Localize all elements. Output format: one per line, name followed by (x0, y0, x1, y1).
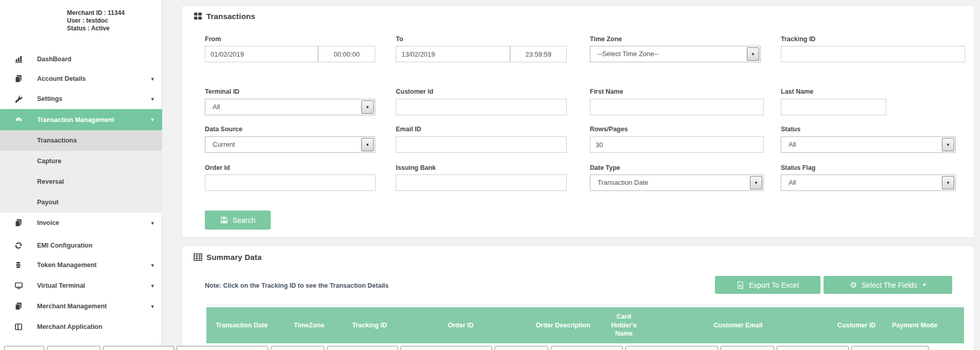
note-text: Note: Click on the Tracking ID to see th… (205, 282, 389, 289)
from-time-input[interactable] (318, 46, 375, 62)
dropdown-arrow-icon: ▼ (361, 100, 374, 114)
column-header-timezone: TimeZone (277, 307, 341, 343)
submenu-item-reversal[interactable]: Reversal (0, 171, 162, 192)
sidebar-item-invoice[interactable]: Invoice ▾ (0, 215, 162, 231)
caret-down-icon: ▾ (151, 283, 154, 289)
select-the-fields-button[interactable]: ⚙ Select The Fields ▾ (824, 276, 952, 294)
to-label: To (396, 36, 403, 43)
table-filter-input[interactable] (551, 346, 623, 350)
table-filter-input[interactable] (777, 346, 849, 350)
submenu-item-transactions[interactable]: Transactions (0, 130, 162, 151)
dropdown-arrow-icon: ▼ (942, 138, 954, 151)
to-date-input[interactable] (396, 46, 510, 62)
status-flag-selected-value: All (789, 175, 796, 190)
time-zone-selected-value: --Select Time Zone-- (598, 46, 658, 62)
status-selected-value: All (789, 137, 796, 152)
data-source-select[interactable]: Current ▼ (205, 136, 375, 153)
table-filter-input[interactable] (4, 346, 44, 350)
summary-title: Summary Data (206, 253, 261, 261)
submenu-item-payout[interactable]: Payout (0, 192, 162, 213)
select-the-fields-label: Select The Fields (862, 281, 917, 289)
time-zone-select[interactable]: --Select Time Zone-- ▼ (590, 46, 761, 62)
submenu-item-capture[interactable]: Capture (0, 151, 162, 171)
rows-pages-input[interactable] (590, 136, 764, 153)
table-filter-input[interactable] (400, 346, 492, 350)
time-zone-label: Time Zone (590, 36, 622, 43)
sidebar-item-merchant-application[interactable]: Merchant Application (0, 319, 162, 335)
customer-id-label: Customer Id (396, 88, 433, 95)
first-name-label: First Name (590, 88, 623, 95)
table-filter-input[interactable] (721, 346, 774, 350)
email-id-input[interactable] (396, 136, 567, 153)
copy-icon (14, 75, 26, 83)
customer-id-input[interactable] (396, 99, 567, 115)
table-filter-input[interactable] (851, 346, 929, 350)
sidebar-item-label: Account Details (37, 75, 85, 82)
sidebar-item-token-management[interactable]: Token Management ▾ (0, 257, 162, 273)
tracking-id-input[interactable] (781, 46, 965, 62)
to-time-input[interactable] (510, 46, 567, 62)
search-button[interactable]: Search (205, 211, 271, 230)
last-name-label: Last Name (781, 88, 813, 95)
status-flag-label: Status Flag (781, 164, 815, 171)
column-header-payment-mode: Payment Mode (882, 307, 948, 343)
from-date-input[interactable] (205, 46, 318, 62)
export-to-excel-button[interactable]: Export To Excel (715, 276, 820, 294)
date-type-selected-value: Transaction Date (598, 175, 649, 190)
transactions-filter-panel: Transactions From To Time Zone --Select … (182, 5, 974, 238)
caret-down-icon: ▾ (151, 220, 154, 226)
table-filter-input[interactable] (47, 346, 100, 350)
submenu-item-label: Payout (37, 199, 59, 206)
sidebar-item-merchant-management[interactable]: Merchant Management ▾ (0, 299, 162, 314)
caret-down-icon: ▾ (151, 262, 154, 269)
table-filter-input[interactable] (327, 346, 398, 350)
panel-title: Transactions (194, 12, 255, 21)
last-name-input[interactable] (781, 99, 886, 115)
sidebar-item-transaction-management[interactable]: Transaction Management ▾ (0, 109, 162, 130)
table-filter-input[interactable] (625, 346, 718, 350)
sidebar-item-label: EMI Configuration (37, 242, 93, 249)
data-source-selected-value: Current (213, 137, 235, 152)
merchant-user-text: User : testdoc (67, 17, 125, 25)
column-header-order-description: Order Description (523, 307, 603, 343)
issuing-bank-label: Issuing Bank (396, 164, 436, 171)
panel-title: Summary Data (194, 253, 261, 261)
submenu-item-label: Transactions (37, 137, 77, 144)
sidebar: Merchant ID : 11344 User : testdoc Statu… (0, 0, 162, 350)
merchant-id-text: Merchant ID : 11344 (67, 9, 125, 17)
first-name-input[interactable] (590, 99, 764, 115)
sidebar-item-virtual-terminal[interactable]: Virtual Terminal ▾ (0, 278, 162, 293)
data-source-label: Data Source (205, 126, 242, 133)
status-select[interactable]: All ▼ (781, 136, 956, 153)
dropdown-arrow-icon: ▼ (750, 176, 762, 189)
issuing-bank-input[interactable] (396, 174, 567, 191)
sidebar-item-label: DashBoard (37, 56, 72, 63)
sidebar-item-label: Settings (37, 95, 62, 102)
tachometer-icon (14, 116, 26, 124)
terminal-id-select[interactable]: All ▼ (205, 99, 375, 115)
copy-icon (14, 302, 26, 310)
column-header-tracking-id: Tracking ID (341, 307, 398, 343)
dropdown-arrow-icon: ▼ (747, 47, 759, 61)
table-filter-input[interactable] (177, 346, 268, 350)
email-id-label: Email ID (396, 126, 421, 133)
sidebar-item-dashboard[interactable]: DashBoard (0, 51, 162, 67)
sidebar-item-emi-configuration[interactable]: EMI Configuration (0, 238, 162, 253)
sidebar-item-settings[interactable]: Settings ▾ (0, 91, 162, 107)
date-type-select[interactable]: Transaction Date ▼ (590, 174, 764, 191)
date-type-label: Date Type (590, 164, 620, 171)
summary-table: Transaction Date TimeZone Tracking ID Or… (206, 305, 964, 348)
merchant-info: Merchant ID : 11344 User : testdoc Statu… (67, 9, 125, 32)
table-filter-input[interactable] (271, 346, 324, 350)
order-id-input[interactable] (205, 174, 376, 191)
table-filter-input[interactable] (495, 346, 548, 350)
column-header-clipped: Pa B (948, 307, 964, 343)
status-flag-select[interactable]: All ▼ (781, 174, 956, 191)
column-header-card-holders-name: Card Holder's Name (603, 307, 645, 343)
summary-data-panel: Summary Data Note: Click on the Tracking… (182, 246, 974, 350)
sidebar-item-account-details[interactable]: Account Details ▾ (0, 71, 162, 86)
bar-chart-icon (14, 55, 26, 63)
transaction-management-submenu: Transactions Capture Reversal Payout (0, 130, 162, 213)
table-filter-input[interactable] (103, 346, 174, 350)
order-id-label: Order Id (205, 164, 230, 171)
